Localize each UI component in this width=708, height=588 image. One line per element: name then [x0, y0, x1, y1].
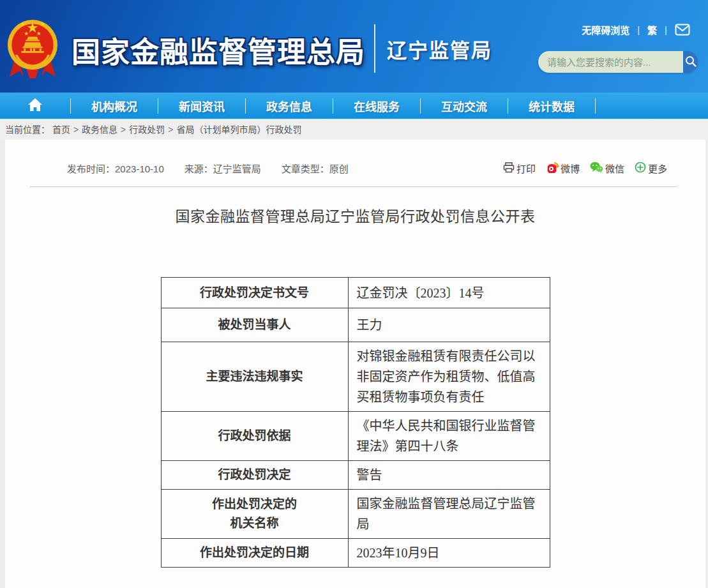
- row-label: 行政处罚决定: [161, 461, 348, 490]
- wechat-share-button[interactable]: 微信: [590, 162, 624, 175]
- nav-item[interactable]: 统计数据: [508, 98, 595, 114]
- search-input[interactable]: [538, 51, 683, 73]
- row-label: 被处罚当事人: [161, 308, 348, 342]
- breadcrumb-trail: 首页>政务信息>行政处罚>省局（计划单列市局）行政处罚: [52, 124, 302, 135]
- top-links-separator: |: [665, 24, 667, 35]
- row-label: 主要违法违规事实: [161, 342, 348, 412]
- page-title: 国家金融监督管理总局辽宁监管局行政处罚信息公开表: [5, 204, 705, 226]
- top-links: 无障碍浏览 | 繁 |: [582, 23, 690, 36]
- breadcrumb-separator: >: [73, 124, 79, 135]
- row-value: 辽金罚决〔2023〕14号: [348, 278, 550, 308]
- more-share-button[interactable]: 更多: [635, 162, 667, 175]
- table-row: 主要违法违规事实 对锦银金融租赁有限责任公司以非固定资产作为租赁物、低值高买租赁…: [161, 342, 550, 412]
- bureau-title: 辽宁监管局: [387, 34, 492, 63]
- table-row: 被处罚当事人 王力: [161, 308, 550, 342]
- printer-icon: [503, 162, 515, 175]
- row-label: 行政处罚依据: [161, 412, 348, 461]
- share-toolbar: 打印 微博: [503, 162, 667, 175]
- table-row: 行政处罚决定 警告: [161, 461, 550, 490]
- search-box: [538, 51, 698, 73]
- top-links-separator: |: [637, 24, 640, 35]
- nav-item[interactable]: 互动交流: [421, 98, 508, 114]
- breadcrumb-item: 省局（计划单列市局）行政处罚: [176, 124, 301, 135]
- row-value: 警告: [348, 461, 550, 490]
- search-icon: [684, 55, 697, 70]
- weibo-share-button[interactable]: 微博: [546, 162, 580, 175]
- penalty-table-body: 行政处罚决定书文号 辽金罚决〔2023〕14号 被处罚当事人 王力 主要违法违规…: [161, 278, 550, 568]
- search-button[interactable]: [683, 51, 698, 73]
- table-row: 行政处罚决定书文号 辽金罚决〔2023〕14号: [161, 278, 550, 308]
- row-value: 《中华人民共和国银行业监督管理法》第四十八条: [348, 412, 550, 461]
- nav-home[interactable]: [0, 98, 70, 114]
- row-label: 作出处罚决定的日期: [161, 539, 348, 568]
- breadcrumb-item[interactable]: 政务信息: [82, 124, 117, 135]
- row-value: 王力: [348, 308, 550, 342]
- home-icon: [27, 98, 43, 114]
- content-area: 发布时间：2023-10-10 来源：辽宁监管局 文章类型：原创 打印: [5, 140, 705, 588]
- print-button[interactable]: 打印: [503, 162, 536, 175]
- publish-date: 发布时间：2023-10-10: [67, 162, 164, 175]
- accessibility-link[interactable]: 无障碍浏览: [582, 23, 629, 36]
- nav-item[interactable]: 新闻资讯: [158, 98, 245, 114]
- row-value: 对锦银金融租赁有限责任公司以非固定资产作为租赁物、低值高买租赁物事项负有责任: [348, 342, 550, 412]
- article-meta: 发布时间：2023-10-10 来源：辽宁监管局 文章类型：原创: [67, 162, 349, 175]
- row-value: 2023年10月9日: [348, 539, 550, 568]
- national-emblem-icon: [6, 15, 59, 84]
- article-meta-row: 发布时间：2023-10-10 来源：辽宁监管局 文章类型：原创 打印: [5, 162, 705, 175]
- meta-divider: [29, 186, 677, 187]
- breadcrumb-item[interactable]: 首页: [52, 124, 70, 135]
- site-title: 国家金融监督管理总局: [72, 29, 365, 71]
- breadcrumb-item[interactable]: 行政处罚: [129, 124, 165, 135]
- mail-icon[interactable]: [675, 24, 690, 36]
- plus-circle-icon: [635, 162, 646, 175]
- header-divider: [374, 24, 375, 73]
- main-nav: 机构概况 新闻资讯 政务信息 在线服务 互动交流 统计数据: [0, 93, 708, 120]
- nav-divider: [595, 98, 596, 114]
- traditional-chinese-link[interactable]: 繁: [647, 23, 657, 36]
- penalty-info-table: 行政处罚决定书文号 辽金罚决〔2023〕14号 被处罚当事人 王力 主要违法违规…: [161, 277, 550, 568]
- table-row: 行政处罚依据 《中华人民共和国银行业监督管理法》第四十八条: [161, 412, 550, 461]
- row-label: 作出处罚决定的 机关名称: [161, 490, 348, 539]
- breadcrumb-separator: >: [121, 124, 126, 135]
- nav-item[interactable]: 机构概况: [71, 98, 158, 114]
- wechat-icon: [590, 162, 603, 175]
- table-row: 作出处罚决定的 机关名称 国家金融监督管理总局辽宁监管局: [161, 490, 550, 539]
- row-value: 国家金融监督管理总局辽宁监管局: [348, 490, 550, 539]
- nav-item[interactable]: 政务信息: [246, 98, 333, 114]
- row-label: 行政处罚决定书文号: [161, 278, 348, 308]
- breadcrumb-separator: >: [168, 124, 173, 135]
- article-source: 来源：辽宁监管局: [185, 162, 261, 175]
- breadcrumb-prefix: 当前位置：: [5, 124, 50, 135]
- breadcrumb: 当前位置： 首页>政务信息>行政处罚>省局（计划单列市局）行政处罚: [0, 120, 708, 140]
- weibo-icon: [546, 162, 559, 175]
- table-row: 作出处罚决定的日期 2023年10月9日: [161, 539, 550, 568]
- site-header: 国家金融监督管理总局 辽宁监管局 无障碍浏览 | 繁 |: [0, 0, 708, 93]
- nav-item[interactable]: 在线服务: [333, 98, 420, 114]
- article-type: 文章类型：原创: [282, 162, 349, 175]
